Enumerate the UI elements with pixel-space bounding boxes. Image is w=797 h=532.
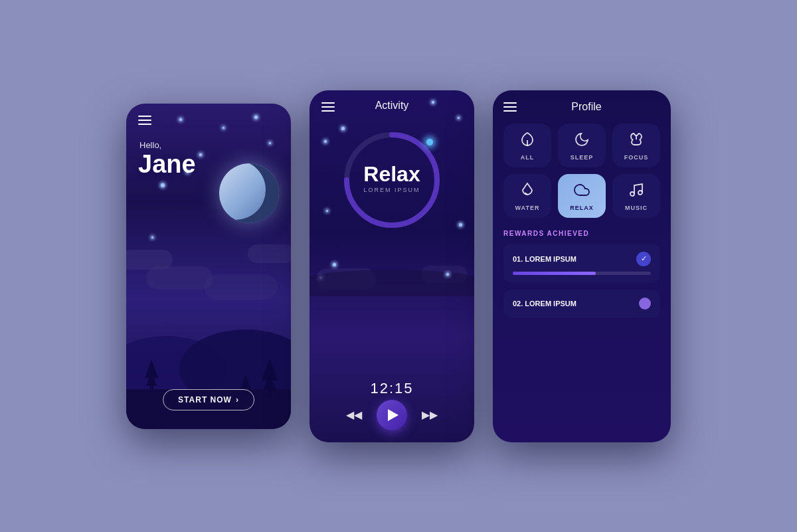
star-decoration [199, 153, 202, 156]
category-water-label: WATER [515, 205, 540, 211]
profile-header: Profile [503, 101, 660, 113]
star-decoration [446, 273, 449, 276]
menu-button[interactable] [503, 102, 517, 112]
star-decoration [432, 101, 434, 104]
star-decoration [161, 183, 165, 187]
glow-dot [426, 139, 433, 145]
category-water[interactable]: WATER [503, 174, 551, 218]
menu-icon-line2 [321, 106, 335, 108]
star-decoration [269, 142, 271, 144]
tree-decoration [262, 358, 278, 397]
cloud-decoration [205, 274, 278, 300]
category-all-label: ALL [521, 154, 535, 161]
leaf-icon [519, 132, 535, 150]
menu-button[interactable] [321, 102, 335, 112]
svg-point-4 [630, 192, 634, 196]
moon-icon [574, 132, 590, 150]
reward-item-1: 01. LOREM IPSUM ✓ [503, 244, 660, 283]
play-button[interactable] [377, 400, 407, 430]
rewards-title: REWARDS ACHIEVED [503, 230, 660, 237]
menu-icon-line1 [138, 116, 151, 117]
star-decoration [324, 140, 327, 143]
session-info: Relax LOREM IPSUM [363, 162, 420, 193]
category-sleep-label: SLEEP [571, 154, 594, 161]
star-decoration [179, 118, 182, 121]
rewind-button[interactable]: ◀◀ [346, 408, 362, 421]
star-decoration [326, 210, 328, 212]
water-icon [519, 182, 535, 201]
menu-icon-line3 [138, 124, 151, 125]
category-sleep[interactable]: SLEEP [558, 124, 606, 167]
tree-decoration [145, 359, 158, 393]
greeting-text: Hello, [139, 140, 161, 150]
star-decoration [254, 116, 258, 119]
reward-check-icon: ✓ [636, 252, 651, 266]
screen-home: Hello, Jane [126, 104, 291, 429]
moon-decoration [219, 163, 279, 223]
screen-profile: Profile ALL [493, 90, 671, 442]
forward-button[interactable]: ▶▶ [422, 408, 438, 421]
svg-point-5 [638, 191, 642, 195]
user-name: Jane [138, 150, 196, 179]
menu-icon-line3 [503, 110, 517, 112]
star-decoration [222, 127, 224, 129]
playback-controls: ◀◀ ▶▶ [346, 400, 438, 430]
star-decoration [333, 263, 336, 266]
menu-icon-line3 [321, 110, 335, 112]
menu-icon-line2 [138, 120, 151, 121]
reward-2-indicator [639, 298, 651, 310]
cloud-icon [574, 182, 590, 201]
cloud-decoration [248, 244, 291, 263]
start-now-button[interactable]: START NOW › [163, 389, 254, 410]
menu-icon-line1 [503, 102, 517, 104]
session-subtitle: LOREM IPSUM [363, 187, 420, 193]
profile-title: Profile [526, 101, 647, 113]
session-title: Relax [363, 162, 420, 187]
menu-icon-line2 [503, 106, 517, 108]
start-now-label: START NOW [178, 395, 232, 404]
category-grid: ALL SLEEP [503, 124, 660, 218]
category-focus[interactable]: FOCUS [612, 124, 660, 167]
cloud-decoration [146, 266, 213, 290]
category-relax-label: RELAX [570, 205, 594, 211]
reward-item-2: 02. LOREM IPSUM [503, 290, 660, 317]
category-relax[interactable]: RELAX [558, 174, 606, 218]
brain-icon [628, 132, 644, 150]
session-time: 12:15 [370, 380, 413, 397]
menu-icon-line1 [321, 102, 335, 104]
menu-button[interactable] [138, 116, 151, 125]
activity-title: Activity [375, 100, 409, 112]
reward-1-label: 01. LOREM IPSUM [513, 255, 576, 263]
music-icon [628, 182, 644, 201]
star-decoration [459, 223, 462, 226]
progress-bar-fill [513, 272, 596, 275]
reward-2-label: 02. LOREM IPSUM [513, 300, 576, 308]
screen-activity: Activity Relax [310, 90, 474, 442]
category-music-label: MUSIC [625, 205, 648, 211]
category-all[interactable]: ALL [503, 124, 551, 167]
star-decoration [151, 236, 153, 238]
category-music[interactable]: MUSIC [612, 174, 660, 218]
landscape-decoration [310, 250, 474, 296]
reward-row-1: 01. LOREM IPSUM ✓ [513, 252, 651, 266]
arrow-icon: › [236, 395, 239, 404]
star-decoration [458, 117, 460, 119]
category-focus-label: FOCUS [624, 154, 649, 161]
progress-bar-background [513, 272, 651, 275]
